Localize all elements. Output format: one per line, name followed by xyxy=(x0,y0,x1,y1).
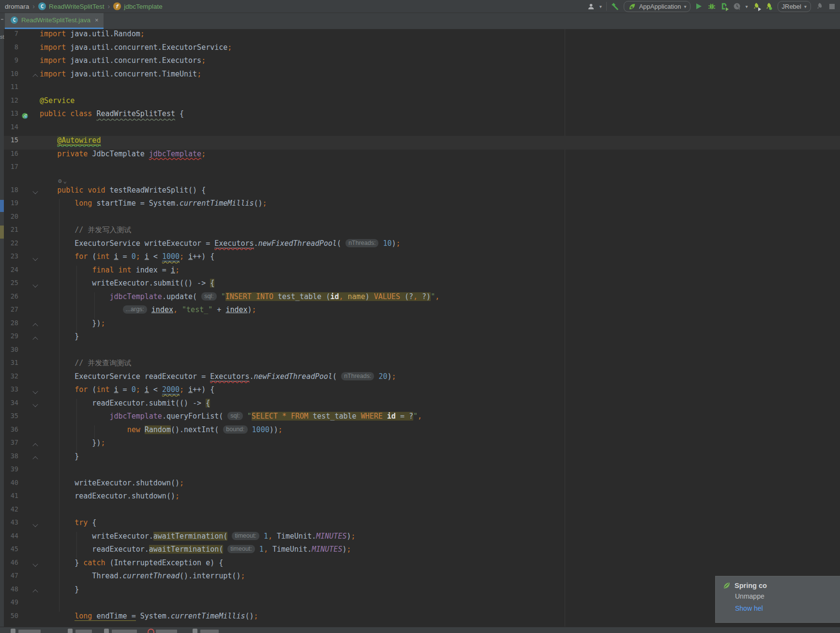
jrebel-select[interactable]: JRebel ▾ xyxy=(778,1,811,12)
line-content[interactable]: } catch (InterruptedException e) { xyxy=(40,558,840,572)
line-content[interactable]: import java.util.Random; xyxy=(40,30,840,43)
line-content[interactable]: readExecutor.submit(() -> { xyxy=(40,399,840,412)
code-line-10[interactable]: 10import java.util.concurrent.TimeUnit; xyxy=(4,70,840,83)
tab-readwritesplittest[interactable]: C ReadWriteSplitTest.java × xyxy=(5,13,104,29)
spring-bean-gutter-icon[interactable] xyxy=(18,109,31,123)
build-hammer-icon[interactable] xyxy=(611,2,619,11)
line-number[interactable]: 31 xyxy=(4,359,18,372)
line-content[interactable]: writeExecutor.submit(() -> { xyxy=(40,279,840,292)
code-line-39[interactable]: 39 xyxy=(4,465,840,479)
line-content[interactable]: for (int i = 0; i < 2000; i++) { xyxy=(40,385,840,399)
code-line-29[interactable]: 29 } xyxy=(4,332,840,346)
line-number[interactable]: 43 xyxy=(4,518,18,532)
code-line-42[interactable]: 42 xyxy=(4,505,840,519)
line-number[interactable]: 50 xyxy=(4,612,18,625)
code-line-9[interactable]: 9import java.util.concurrent.Executors; xyxy=(4,56,840,70)
line-content[interactable]: public void testReadWriteSplit() { xyxy=(40,186,840,199)
line-number[interactable]: 25 xyxy=(4,279,18,292)
line-content[interactable]: ExecutorService writeExecutor = Executor… xyxy=(40,239,840,253)
line-content[interactable]: try { xyxy=(40,518,840,532)
line-content[interactable]: ...args: index, "test_" + index); xyxy=(40,305,840,319)
line-content[interactable] xyxy=(40,346,840,359)
code-line-40[interactable]: 40 writeExecutor.shutdown(); xyxy=(4,479,840,492)
code-line-19[interactable]: 19 long startTime = System.currentTimeMi… xyxy=(4,199,840,212)
bottom-tool-window-bar[interactable] xyxy=(0,627,840,633)
line-number[interactable]: 39 xyxy=(4,465,18,479)
line-number[interactable]: 30 xyxy=(4,346,18,359)
line-content[interactable]: public class ReadWriteSplitTest { xyxy=(40,109,840,123)
fold-marker-up[interactable] xyxy=(31,70,40,83)
code-line-28[interactable]: 28 }); xyxy=(4,319,840,332)
line-number[interactable]: 8 xyxy=(4,43,18,57)
line-content[interactable]: writeExecutor.awaitTermination( timeout:… xyxy=(40,532,840,545)
spring-notification-popup[interactable]: Spring co Unmappe Show hel xyxy=(715,576,840,623)
fold-marker-down[interactable] xyxy=(31,385,40,399)
line-content[interactable]: jdbcTemplate.queryForList( sql: "SELECT … xyxy=(40,412,840,425)
line-number[interactable]: 28 xyxy=(4,319,18,332)
code-line-50[interactable]: 50 long endTime = System.currentTimeMill… xyxy=(4,612,840,625)
line-number[interactable]: 41 xyxy=(4,492,18,505)
line-content[interactable]: @Autowired xyxy=(40,136,840,150)
line-number[interactable]: 46 xyxy=(4,558,18,572)
line-content[interactable]: writeExecutor.shutdown(); xyxy=(40,479,840,492)
fold-marker-up[interactable] xyxy=(31,332,40,346)
fold-marker-down[interactable] xyxy=(31,399,40,412)
code-line-32[interactable]: 32 ExecutorService readExecutor = Execut… xyxy=(4,372,840,386)
line-number[interactable]: 44 xyxy=(4,532,18,545)
fold-marker-down[interactable] xyxy=(31,252,40,266)
fold-marker-up[interactable] xyxy=(31,585,40,599)
line-number[interactable]: 48 xyxy=(4,585,18,599)
line-number[interactable]: 12 xyxy=(4,96,18,110)
line-number[interactable]: 42 xyxy=(4,505,18,519)
run-icon[interactable] xyxy=(695,2,703,11)
fold-marker-down[interactable] xyxy=(31,186,40,199)
line-content[interactable] xyxy=(40,123,840,136)
line-content[interactable]: } xyxy=(40,452,840,466)
user-icon[interactable] xyxy=(587,2,595,11)
line-content[interactable]: long startTime = System.currentTimeMilli… xyxy=(40,199,840,212)
code-line-33[interactable]: 33 for (int i = 0; i < 2000; i++) { xyxy=(4,385,840,399)
line-content[interactable]: for (int i = 0; i < 1000; i++) { xyxy=(40,252,840,266)
line-number[interactable]: 9 xyxy=(4,56,18,70)
line-number[interactable]: 49 xyxy=(4,598,18,612)
run-with-coverage-icon[interactable] xyxy=(720,2,728,11)
line-number[interactable]: 23 xyxy=(4,252,18,266)
code-line-24[interactable]: 24 final int index = i; xyxy=(4,266,840,279)
code-line-25[interactable]: 25 writeExecutor.submit(() -> { xyxy=(4,279,840,292)
line-number[interactable]: 10 xyxy=(4,70,18,83)
line-content[interactable]: @Service xyxy=(40,96,840,110)
intention-bulb-icon[interactable] xyxy=(43,139,49,147)
line-content[interactable]: ExecutorService readExecutor = Executors… xyxy=(40,372,840,386)
line-number[interactable]: 17 xyxy=(4,163,18,176)
code-line-22[interactable]: 22 ExecutorService writeExecutor = Execu… xyxy=(4,239,840,253)
line-content[interactable]: new Random().nextInt( bound: 1000)); xyxy=(40,425,840,439)
line-number[interactable]: 22 xyxy=(4,239,18,253)
line-number[interactable]: 20 xyxy=(4,212,18,226)
code-line-37[interactable]: 37 }); xyxy=(4,438,840,452)
code-line-34[interactable]: 34 readExecutor.submit(() -> { xyxy=(4,399,840,412)
line-number[interactable]: 36 xyxy=(4,425,18,439)
line-content[interactable]: // 并发查询测试 xyxy=(40,359,840,372)
line-number[interactable]: 21 xyxy=(4,226,18,239)
tab-close-icon[interactable]: × xyxy=(94,16,99,24)
code-editor[interactable]: st 7import java.util.Random;8import java… xyxy=(0,29,840,627)
code-line-46[interactable]: 46 } catch (InterruptedException e) { xyxy=(4,558,840,572)
debug-bug-icon[interactable] xyxy=(707,2,716,11)
line-content[interactable] xyxy=(40,505,840,519)
code-line-16[interactable]: 16 private JdbcTemplate jdbcTemplate; xyxy=(4,150,840,163)
code-line-21[interactable]: 21 // 并发写入测试 xyxy=(4,226,840,239)
line-number[interactable]: 27 xyxy=(4,305,18,319)
code-line-45[interactable]: 45 readExecutor.awaitTermination( timeou… xyxy=(4,545,840,558)
line-content[interactable]: private JdbcTemplate jdbcTemplate; xyxy=(40,150,840,163)
code-line-47[interactable]: 47 Thread.currentThread().interrupt(); xyxy=(4,572,840,585)
jrebel-run-icon[interactable] xyxy=(752,2,761,11)
line-number[interactable]: 40 xyxy=(4,479,18,492)
line-number[interactable]: 38 xyxy=(4,452,18,466)
code-line-31[interactable]: 31 // 并发查询测试 xyxy=(4,359,840,372)
code-line-14[interactable]: 14 xyxy=(4,123,840,136)
line-number[interactable]: 18 xyxy=(4,186,18,199)
notification-show-help-link[interactable]: Show hel xyxy=(735,604,840,612)
line-content[interactable] xyxy=(40,83,840,96)
line-content[interactable]: }); xyxy=(40,319,840,332)
line-number[interactable]: 11 xyxy=(4,83,18,96)
